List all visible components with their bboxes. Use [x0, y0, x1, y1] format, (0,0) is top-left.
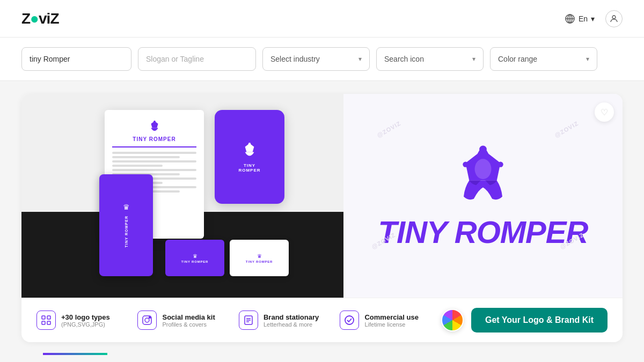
- industry-dropdown[interactable]: Select industry ▾: [262, 47, 370, 71]
- brand-biz-white: TINY ROMPER: [246, 260, 273, 263]
- logo-types-text: +30 logo types (PNG,SVG,JPG): [61, 313, 110, 328]
- watermark-1: @ZOVIZ: [376, 120, 402, 139]
- social-media-icon: [137, 311, 157, 330]
- brand-name-letterhead: TINY ROMPER: [133, 136, 175, 142]
- svg-point-10: [475, 159, 492, 179]
- feature-social-media: Social media kit Profiles & covers: [137, 311, 238, 330]
- feature-logo-types: +30 logo types (PNG,SVG,JPG): [36, 311, 137, 330]
- logo-display-area: ♡ @ZOVIZ @ZOVIZ @ZOVIZ @ZOVIZ: [343, 94, 623, 298]
- logo-rest: viZ: [39, 10, 58, 27]
- language-selector[interactable]: En ▾: [565, 13, 595, 24]
- business-card-purple: ♛ TINY ROMPER: [165, 240, 224, 276]
- crown-vert: ♛: [123, 203, 130, 211]
- svg-point-4: [612, 16, 616, 19]
- social-media-title: Social media kit: [162, 313, 215, 321]
- preview-section: TINY ROMPER: [21, 94, 623, 298]
- svg-rect-12: [47, 316, 50, 319]
- stationary-text: Brand stationary Letterhead & more: [264, 313, 319, 328]
- user-icon[interactable]: [605, 10, 623, 27]
- heart-icon: ♡: [601, 107, 608, 117]
- commercial-text: Commercial use Lifetime license: [364, 313, 418, 328]
- globe-icon: [565, 13, 575, 24]
- commercial-title: Commercial use: [364, 313, 418, 321]
- color-chevron: ▾: [586, 55, 589, 63]
- logo-text: Z: [21, 10, 30, 27]
- search-area: tiny Romper Select industry ▾ Search ico…: [0, 38, 644, 81]
- icon-dropdown[interactable]: Search icon ▾: [376, 47, 484, 71]
- brand-logo-icon: [451, 144, 515, 208]
- svg-rect-13: [42, 321, 45, 324]
- brand-purple-card: TINYROMPER: [238, 163, 260, 173]
- cta-area: Get Your Logo & Brand Kit: [441, 308, 608, 333]
- favorite-button[interactable]: ♡: [595, 102, 614, 122]
- svg-point-5: [153, 121, 155, 122]
- svg-point-17: [149, 317, 151, 319]
- svg-rect-14: [47, 321, 50, 324]
- brand-biz-purple: TINY ROMPER: [181, 260, 208, 263]
- crown-purple-card: [242, 142, 257, 160]
- vertical-purple-card: ♛ TINY ROMPER: [99, 174, 153, 276]
- svg-point-8: [463, 161, 468, 167]
- brand-name-display: TINY ROMPER: [378, 217, 588, 248]
- features-bar: +30 logo types (PNG,SVG,JPG) Social medi…: [21, 298, 623, 342]
- commercial-subtitle: Lifetime license: [364, 321, 418, 328]
- divider-letterhead: [112, 146, 196, 147]
- color-wheel[interactable]: [441, 309, 464, 331]
- logo-types-icon: [36, 311, 56, 330]
- brand-vert: TINY ROMPER: [125, 216, 128, 248]
- brand-name-input[interactable]: tiny Romper: [21, 47, 131, 71]
- stationary-subtitle: Letterhead & more: [264, 321, 319, 328]
- crown-biz-white: ♛: [257, 253, 262, 259]
- cta-button[interactable]: Get Your Logo & Brand Kit: [471, 308, 608, 333]
- purple-portrait-card: TINYROMPER: [215, 110, 284, 204]
- stationary-title: Brand stationary: [264, 313, 319, 321]
- logo-accent: ●: [30, 10, 39, 27]
- icon-chevron: ▾: [472, 55, 475, 63]
- feature-commercial: Commercial use Lifetime license: [340, 311, 441, 330]
- svg-point-6: [248, 143, 251, 145]
- stationary-icon: [239, 311, 258, 330]
- crown-biz-purple: ♛: [193, 253, 197, 259]
- slogan-input[interactable]: [138, 47, 256, 71]
- color-label: Color range: [498, 55, 537, 63]
- main-content: TINY ROMPER: [0, 81, 644, 362]
- header: Z●viZ En ▾: [0, 0, 644, 38]
- bottom-accent-line: [43, 353, 107, 355]
- social-media-subtitle: Profiles & covers: [162, 321, 215, 328]
- business-card-white: ♛ TINY ROMPER: [230, 240, 289, 276]
- svg-point-7: [479, 145, 487, 153]
- lang-label: En: [579, 14, 588, 23]
- svg-point-16: [145, 318, 149, 322]
- logo-preview-card: TINY ROMPER: [21, 94, 623, 342]
- commercial-icon: [340, 311, 359, 330]
- icon-label: Search icon: [384, 55, 424, 63]
- feature-stationary: Brand stationary Letterhead & more: [239, 311, 340, 330]
- industry-label: Select industry: [270, 55, 320, 63]
- industry-chevron: ▾: [358, 55, 362, 63]
- social-media-text: Social media kit Profiles & covers: [162, 313, 215, 328]
- logo-types-subtitle: (PNG,SVG,JPG): [61, 321, 110, 328]
- watermark-2: @ZOVIZ: [553, 120, 580, 139]
- header-right: En ▾: [565, 10, 623, 27]
- logo[interactable]: Z●viZ: [21, 10, 59, 27]
- color-dropdown[interactable]: Color range ▾: [490, 47, 597, 71]
- svg-rect-11: [42, 316, 45, 319]
- mockup-area: TINY ROMPER: [21, 94, 343, 298]
- svg-point-22: [345, 316, 354, 324]
- user-avatar-icon: [609, 14, 619, 24]
- svg-point-9: [497, 161, 503, 167]
- lang-chevron: ▾: [591, 14, 595, 23]
- crown-icon-letterhead: [149, 120, 160, 134]
- logo-types-title: +30 logo types: [61, 313, 110, 321]
